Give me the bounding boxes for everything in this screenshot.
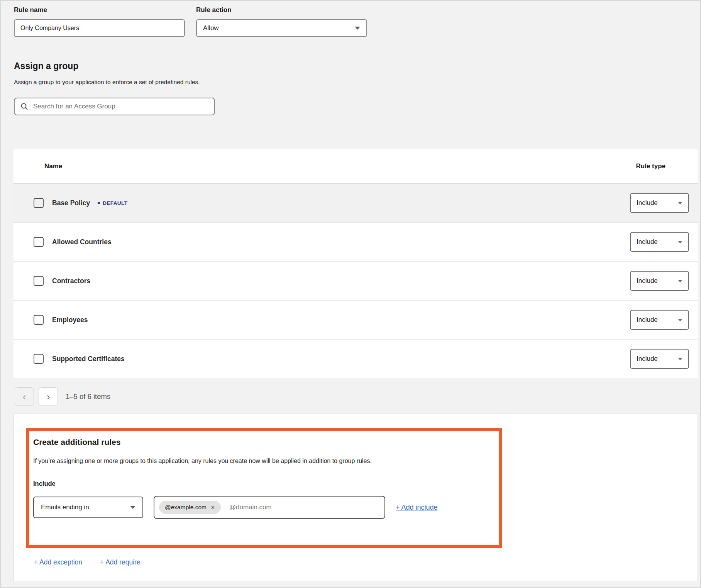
highlight-outline: Create additional rules If you’re assign… (26, 428, 502, 548)
assign-group-description: Assign a group to your application to en… (14, 79, 700, 86)
row-checkbox[interactable] (34, 315, 44, 325)
rule-fields-row: Rule name Rule action Allow (14, 6, 700, 37)
access-group-search[interactable] (14, 98, 215, 115)
row-name: Contractors (52, 277, 90, 285)
row-name: Supported Certificates (52, 355, 125, 363)
include-label: Include (33, 480, 495, 487)
additional-rules-description: If you’re assigning one or more groups t… (33, 458, 495, 465)
chevron-down-icon (678, 280, 682, 282)
rule-type-select[interactable]: Include (630, 310, 689, 330)
table-row-contractors: Contractors Include (14, 261, 698, 300)
email-domain-input[interactable]: @example.com ✕ (154, 496, 385, 519)
additional-rules-card: Create additional rules If you’re assign… (14, 414, 698, 581)
next-page-button[interactable]: › (39, 387, 58, 406)
additional-rules-title: Create additional rules (33, 438, 495, 447)
footer-links: + Add exception + Add require (34, 558, 698, 566)
rule-type-select[interactable]: Include (630, 271, 689, 291)
chevron-down-icon (130, 506, 135, 509)
pagination: ‹ › 1–5 of 6 items (15, 387, 700, 406)
rule-type-value: Include (637, 316, 658, 324)
add-require-link[interactable]: + Add require (100, 558, 141, 566)
previous-page-button[interactable]: ‹ (15, 387, 34, 406)
rule-type-select[interactable]: Include (630, 349, 689, 369)
rule-name-field: Rule name (14, 6, 185, 37)
search-input[interactable] (33, 103, 208, 110)
assign-group-title: Assign a group (14, 61, 700, 71)
row-name: Employees (52, 316, 88, 324)
table-row-employees: Employees Include (14, 300, 698, 339)
table-row-supported-certificates: Supported Certificates Include (14, 339, 698, 378)
row-checkbox[interactable] (34, 237, 44, 247)
row-name: Allowed Countries (52, 238, 112, 246)
rule-name-input[interactable] (14, 19, 185, 37)
rule-type-select[interactable]: Include (630, 193, 689, 213)
rule-action-field: Rule action Allow (196, 6, 367, 37)
badge-label: DEFAULT (103, 200, 127, 206)
row-checkbox[interactable] (34, 198, 44, 208)
chevron-down-icon (678, 241, 682, 243)
rule-action-label: Rule action (196, 6, 367, 14)
condition-value: Emails ending in (41, 504, 89, 511)
rule-type-select[interactable]: Include (630, 232, 689, 252)
rule-type-value: Include (637, 199, 658, 207)
search-icon (20, 103, 28, 110)
rule-type-value: Include (637, 355, 658, 363)
column-header-name: Name (44, 162, 62, 170)
rule-action-value: Allow (203, 24, 219, 32)
rule-type-value: Include (637, 277, 658, 285)
rule-action-select[interactable]: Allow (196, 19, 367, 37)
chevron-right-icon: › (47, 392, 50, 402)
table-row-allowed-countries: Allowed Countries Include (14, 222, 698, 261)
chevron-left-icon: ‹ (23, 392, 26, 402)
chevron-down-icon (678, 202, 682, 204)
access-groups-table: Name Rule type Base Policy DEFAULT Inclu… (14, 149, 698, 378)
chevron-down-icon (355, 27, 360, 30)
rule-editor-page: Rule name Rule action Allow Assign a gro… (0, 0, 701, 588)
chevron-down-icon (678, 319, 682, 321)
tag-label: @example.com (165, 504, 207, 511)
add-include-link[interactable]: + Add include (396, 504, 438, 512)
chevron-down-icon (678, 358, 682, 360)
table-header: Name Rule type (14, 149, 698, 183)
row-name: Base Policy (52, 199, 90, 207)
domain-text-input[interactable] (229, 504, 380, 511)
condition-select[interactable]: Emails ending in (33, 497, 143, 518)
row-checkbox[interactable] (34, 276, 44, 286)
email-domain-tag: @example.com ✕ (159, 501, 221, 514)
row-checkbox[interactable] (34, 354, 44, 364)
pagination-range-text: 1–5 of 6 items (66, 392, 110, 401)
add-exception-link[interactable]: + Add exception (34, 558, 82, 566)
badge-dot-icon (98, 202, 100, 204)
default-badge: DEFAULT (98, 200, 127, 206)
rule-type-value: Include (637, 238, 658, 246)
remove-tag-icon[interactable]: ✕ (211, 505, 215, 510)
column-header-rule-type: Rule type (636, 162, 665, 170)
include-rule-controls: Emails ending in @example.com ✕ + Add in… (33, 496, 495, 519)
table-row-base-policy: Base Policy DEFAULT Include (14, 183, 698, 222)
rule-name-label: Rule name (14, 6, 185, 14)
